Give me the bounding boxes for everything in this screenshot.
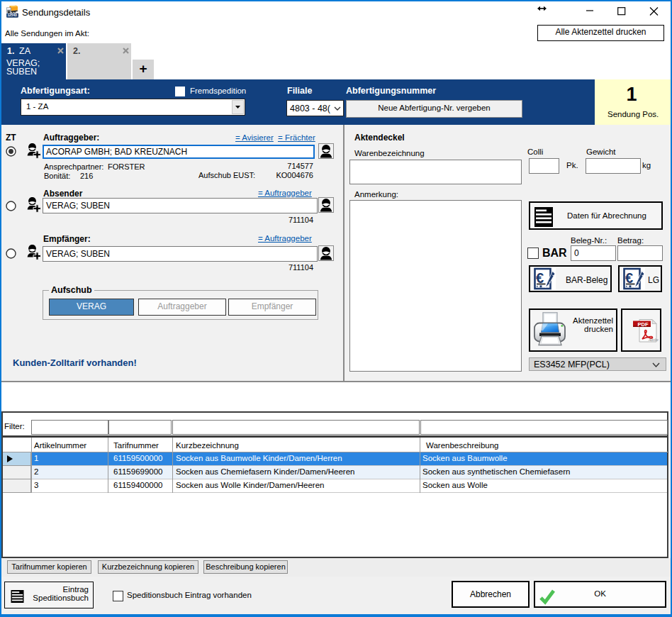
svg-text:€: € <box>536 270 544 286</box>
svg-text:12543: 12543 <box>7 13 17 17</box>
svg-text:Adobe: Adobe <box>648 338 659 342</box>
svg-text:€: € <box>625 270 633 286</box>
svg-text:PDF: PDF <box>638 321 649 328</box>
